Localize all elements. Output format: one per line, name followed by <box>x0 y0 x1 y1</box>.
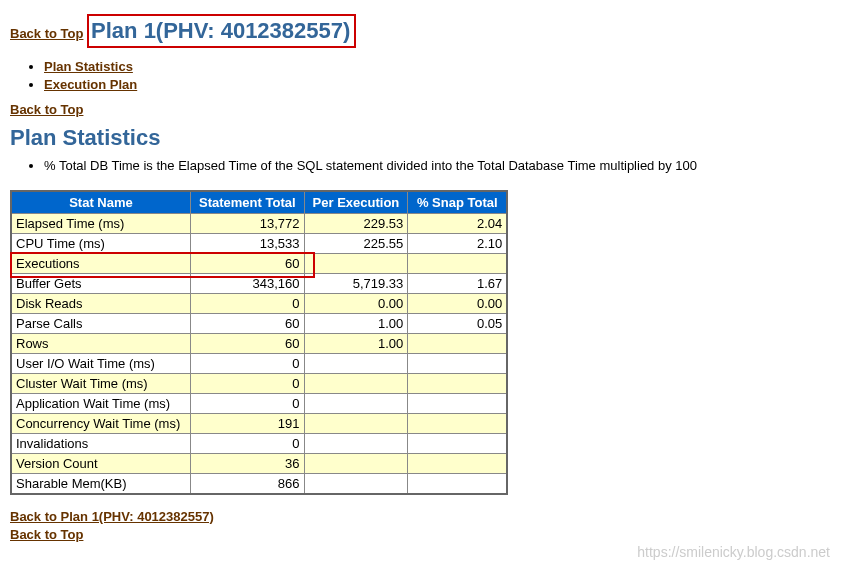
table-row: Buffer Gets343,1605,719.331.67 <box>11 273 507 293</box>
back-to-plan-link[interactable]: Back to Plan 1(PHV: 4012382557) <box>10 509 214 524</box>
stat-name-cell: Application Wait Time (ms) <box>11 393 191 413</box>
per-execution-cell: 5,719.33 <box>304 273 408 293</box>
per-execution-cell <box>304 253 408 273</box>
snap-total-cell <box>408 413 508 433</box>
snap-total-cell <box>408 433 508 453</box>
plan-statistics-link[interactable]: Plan Statistics <box>44 59 133 74</box>
plan-statistics-heading: Plan Statistics <box>10 125 838 151</box>
per-execution-cell <box>304 473 408 494</box>
statement-total-cell: 60 <box>191 313 305 333</box>
back-to-top-link-3[interactable]: Back to Top <box>10 527 83 542</box>
snap-total-cell: 2.04 <box>408 213 508 233</box>
per-execution-cell <box>304 453 408 473</box>
db-time-note: % Total DB Time is the Elapsed Time of t… <box>44 157 838 175</box>
statement-total-cell: 343,160 <box>191 273 305 293</box>
statement-total-cell: 866 <box>191 473 305 494</box>
snap-total-cell <box>408 473 508 494</box>
table-row: Concurrency Wait Time (ms)191 <box>11 413 507 433</box>
snap-total-cell: 0.00 <box>408 293 508 313</box>
plan-links-list: Plan Statistics Execution Plan <box>10 58 838 94</box>
plan-title-heading: Plan 1(PHV: 4012382557) <box>91 18 350 44</box>
table-row: Invalidations0 <box>11 433 507 453</box>
execution-plan-link[interactable]: Execution Plan <box>44 77 137 92</box>
per-execution-cell: 225.55 <box>304 233 408 253</box>
stat-name-cell: Parse Calls <box>11 313 191 333</box>
statement-total-cell: 36 <box>191 453 305 473</box>
per-execution-cell <box>304 393 408 413</box>
snap-total-cell <box>408 453 508 473</box>
statement-total-cell: 0 <box>191 353 305 373</box>
snap-total-cell: 2.10 <box>408 233 508 253</box>
stat-name-cell: Executions <box>11 253 191 273</box>
snap-total-cell <box>408 333 508 353</box>
per-execution-cell <box>304 413 408 433</box>
table-row: Application Wait Time (ms)0 <box>11 393 507 413</box>
per-execution-cell: 1.00 <box>304 313 408 333</box>
statement-total-cell: 13,772 <box>191 213 305 233</box>
snap-total-cell <box>408 393 508 413</box>
table-row: Cluster Wait Time (ms)0 <box>11 373 507 393</box>
back-to-top-link-2[interactable]: Back to Top <box>10 102 83 117</box>
statement-total-cell: 191 <box>191 413 305 433</box>
notes-list: % Total DB Time is the Elapsed Time of t… <box>10 157 838 175</box>
stat-name-cell: User I/O Wait Time (ms) <box>11 353 191 373</box>
stat-name-cell: Rows <box>11 333 191 353</box>
snap-total-cell: 0.05 <box>408 313 508 333</box>
table-row: Rows601.00 <box>11 333 507 353</box>
plan-statistics-table: Stat Name Statement Total Per Execution … <box>10 190 508 495</box>
stat-name-cell: CPU Time (ms) <box>11 233 191 253</box>
table-row: Executions60 <box>11 253 507 273</box>
table-row: Elapsed Time (ms)13,772229.532.04 <box>11 213 507 233</box>
stat-name-cell: Version Count <box>11 453 191 473</box>
col-snap-total: % Snap Total <box>408 191 508 214</box>
statement-total-cell: 60 <box>191 333 305 353</box>
statement-total-cell: 60 <box>191 253 305 273</box>
per-execution-cell <box>304 373 408 393</box>
table-row: CPU Time (ms)13,533225.552.10 <box>11 233 507 253</box>
col-per-execution: Per Execution <box>304 191 408 214</box>
snap-total-cell <box>408 373 508 393</box>
table-row: Disk Reads00.000.00 <box>11 293 507 313</box>
statement-total-cell: 13,533 <box>191 233 305 253</box>
table-header-row: Stat Name Statement Total Per Execution … <box>11 191 507 214</box>
per-execution-cell <box>304 433 408 453</box>
table-row: User I/O Wait Time (ms)0 <box>11 353 507 373</box>
watermark: https://smilenicky.blog.csdn.net <box>637 544 830 554</box>
stat-name-cell: Disk Reads <box>11 293 191 313</box>
statement-total-cell: 0 <box>191 393 305 413</box>
snap-total-cell <box>408 353 508 373</box>
table-row: Parse Calls601.000.05 <box>11 313 507 333</box>
col-stat-name: Stat Name <box>11 191 191 214</box>
per-execution-cell: 0.00 <box>304 293 408 313</box>
snap-total-cell: 1.67 <box>408 273 508 293</box>
table-row: Sharable Mem(KB)866 <box>11 473 507 494</box>
per-execution-cell: 1.00 <box>304 333 408 353</box>
stat-name-cell: Buffer Gets <box>11 273 191 293</box>
stats-table-container: Stat Name Statement Total Per Execution … <box>10 190 508 495</box>
stat-name-cell: Sharable Mem(KB) <box>11 473 191 494</box>
snap-total-cell <box>408 253 508 273</box>
bottom-links: Back to Plan 1(PHV: 4012382557) Back to … <box>10 508 838 544</box>
stat-name-cell: Concurrency Wait Time (ms) <box>11 413 191 433</box>
statement-total-cell: 0 <box>191 293 305 313</box>
stat-name-cell: Invalidations <box>11 433 191 453</box>
per-execution-cell: 229.53 <box>304 213 408 233</box>
statement-total-cell: 0 <box>191 373 305 393</box>
stat-name-cell: Cluster Wait Time (ms) <box>11 373 191 393</box>
per-execution-cell <box>304 353 408 373</box>
plan-title-highlight: Plan 1(PHV: 4012382557) <box>87 14 356 48</box>
back-to-top-link[interactable]: Back to Top <box>10 26 83 41</box>
col-statement-total: Statement Total <box>191 191 305 214</box>
statement-total-cell: 0 <box>191 433 305 453</box>
stat-name-cell: Elapsed Time (ms) <box>11 213 191 233</box>
table-row: Version Count36 <box>11 453 507 473</box>
